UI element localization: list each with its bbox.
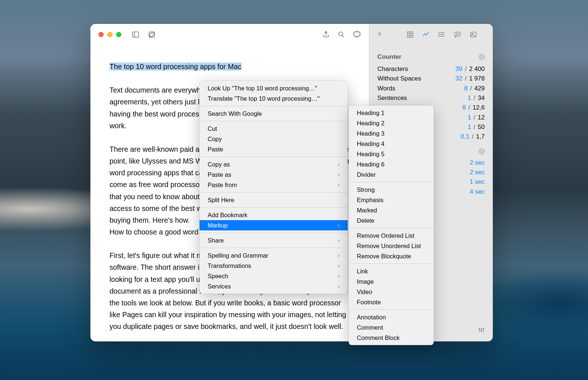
menu-cut[interactable]: Cut xyxy=(200,123,348,134)
menu-speech[interactable]: Speech› xyxy=(200,271,348,281)
share-icon[interactable] xyxy=(322,31,330,39)
chevron-right-icon: › xyxy=(338,252,340,258)
svg-point-13 xyxy=(439,34,440,35)
minimize-button[interactable] xyxy=(107,32,112,37)
menu-paste[interactable]: Paste xyxy=(200,144,348,154)
counter-label: Sentences xyxy=(377,93,407,103)
chevron-right-icon: › xyxy=(338,172,340,178)
time-value: 2 sec xyxy=(470,168,485,177)
counter-selected: 32 xyxy=(455,75,462,82)
menu-translate[interactable]: Translate "The top 10 word processing…" xyxy=(200,93,348,104)
svg-point-23 xyxy=(481,330,482,331)
counter-selected: 1 xyxy=(467,123,471,130)
menu-emphasis[interactable]: Emphasis xyxy=(349,195,434,205)
menu-remove-ul[interactable]: Remove Unordered List xyxy=(349,241,434,251)
menu-divider[interactable]: Divider xyxy=(349,169,434,180)
svg-rect-15 xyxy=(455,32,460,36)
menu-remove-ol[interactable]: Remove Ordered List xyxy=(349,230,434,241)
menu-separator xyxy=(200,248,348,248)
menu-search-google[interactable]: Search With Google xyxy=(200,108,348,119)
svg-point-21 xyxy=(479,329,480,330)
menu-remove-bq[interactable]: Remove Blockquote xyxy=(349,251,434,261)
counter-total: 429 xyxy=(474,85,485,92)
menu-separator xyxy=(200,121,348,121)
menu-video[interactable]: Video xyxy=(349,287,434,297)
counter-row: Words8 / 429 xyxy=(377,84,485,93)
menu-separator xyxy=(200,192,348,193)
menu-heading-5[interactable]: Heading 5 xyxy=(349,149,434,159)
menu-strong[interactable]: Strong xyxy=(349,184,434,195)
menu-separator xyxy=(200,207,348,208)
chevron-right-icon[interactable] xyxy=(377,31,383,39)
menu-paste-as[interactable]: Paste as› xyxy=(200,169,348,180)
window-controls xyxy=(98,32,121,37)
svg-rect-0 xyxy=(133,32,139,37)
counter-label: Without Spaces xyxy=(377,74,421,83)
menu-separator xyxy=(349,309,434,310)
maximize-button[interactable] xyxy=(116,32,121,37)
menu-transformations[interactable]: Transformations› xyxy=(200,261,348,271)
target-icon[interactable] xyxy=(479,148,485,154)
image-view-icon[interactable] xyxy=(470,31,477,38)
comments-view-icon[interactable] xyxy=(454,31,461,38)
menu-heading-2[interactable]: Heading 2 xyxy=(349,118,434,128)
menu-copy-as[interactable]: Copy as› xyxy=(200,159,348,169)
menu-separator xyxy=(349,264,434,264)
menu-paste-from[interactable]: Paste from› xyxy=(200,180,348,190)
counter-label: Characters xyxy=(377,64,408,74)
toolbar xyxy=(90,24,369,45)
counter-total: 12,6 xyxy=(473,104,485,111)
counter-total: 12 xyxy=(478,114,485,121)
svg-point-14 xyxy=(439,36,440,37)
menu-image[interactable]: Image xyxy=(349,276,434,287)
chevron-right-icon: › xyxy=(338,222,340,228)
svg-rect-5 xyxy=(408,32,410,34)
menu-footnote[interactable]: Footnote xyxy=(349,297,434,307)
menu-separator xyxy=(349,182,434,182)
counter-selected: 39 xyxy=(455,65,462,72)
menu-delete[interactable]: Delete xyxy=(349,215,434,226)
markup-submenu: Heading 1 Heading 2 Heading 3 Heading 4 … xyxy=(349,105,434,345)
badge-icon[interactable] xyxy=(353,31,361,39)
counter-selected: 8 xyxy=(464,85,467,92)
menu-heading-3[interactable]: Heading 3 xyxy=(349,128,434,139)
counter-total: 1,7 xyxy=(476,133,485,140)
svg-point-25 xyxy=(483,328,484,329)
counter-selected: 0,1 xyxy=(461,133,470,140)
counter-total: 1 978 xyxy=(469,75,485,82)
time-value: 1 sec xyxy=(470,177,485,187)
menu-services[interactable]: Services› xyxy=(200,281,348,291)
menu-add-bookmark[interactable]: Add Bookmark xyxy=(200,210,348,220)
menu-link[interactable]: Link xyxy=(349,266,434,276)
menu-spelling[interactable]: Spelling and Grammar› xyxy=(200,250,348,261)
menu-marked[interactable]: Marked xyxy=(349,205,434,215)
settings-sliders-icon[interactable] xyxy=(478,327,485,335)
compose-icon[interactable] xyxy=(148,31,156,39)
selected-heading: The top 10 word processing apps for Mac xyxy=(110,62,241,71)
counter-selected: 1 xyxy=(467,114,471,121)
menu-heading-1[interactable]: Heading 1 xyxy=(349,108,434,118)
sidebar-toggle-icon[interactable] xyxy=(132,31,140,39)
menu-split-here[interactable]: Split Here xyxy=(200,195,348,205)
menu-comment[interactable]: Comment xyxy=(349,322,434,333)
menu-heading-6[interactable]: Heading 6 xyxy=(349,159,434,169)
menu-annotation[interactable]: Annotation xyxy=(349,312,434,322)
search-icon[interactable] xyxy=(337,31,345,39)
menu-comment-block[interactable]: Comment Block xyxy=(349,333,434,343)
menu-lookup[interactable]: Look Up "The top 10 word processing…" xyxy=(200,83,348,93)
counter-total: 34 xyxy=(478,94,485,101)
menu-separator xyxy=(200,157,348,157)
time-value: 4 sec xyxy=(470,187,485,197)
target-icon[interactable] xyxy=(479,54,485,60)
menu-share[interactable]: Share› xyxy=(200,235,348,245)
menu-heading-4[interactable]: Heading 4 xyxy=(349,139,434,149)
grid-view-icon[interactable] xyxy=(406,31,414,38)
counter-row: Characters39 / 2 400 xyxy=(377,64,485,74)
menu-separator xyxy=(200,233,348,233)
stats-view-icon[interactable] xyxy=(422,31,430,38)
list-view-icon[interactable] xyxy=(438,31,445,38)
menu-markup[interactable]: Markup› xyxy=(200,220,348,230)
menu-copy[interactable]: Copy xyxy=(200,134,348,144)
close-button[interactable] xyxy=(98,32,104,37)
chevron-right-icon: › xyxy=(338,263,340,269)
